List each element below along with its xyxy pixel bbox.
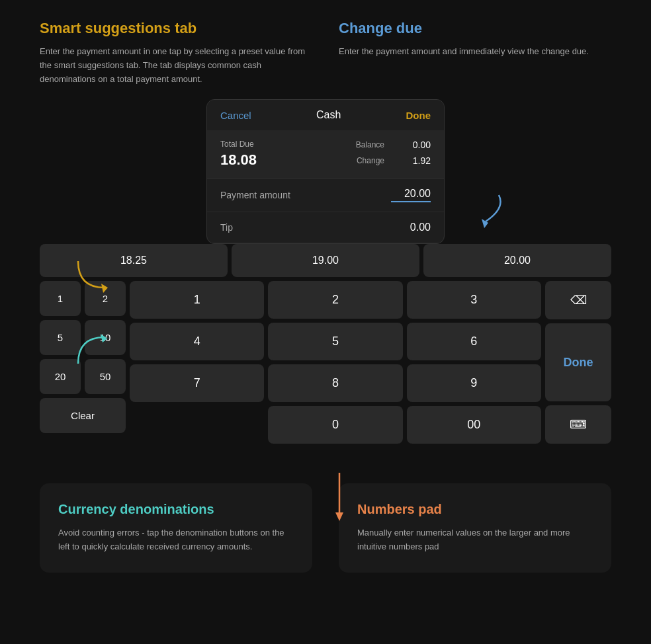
total-due-value: 18.08 [220,151,257,169]
denom-btn-20[interactable]: 20 [40,359,81,394]
numbers-pad-card: Numbers pad Manually enter numerical val… [339,483,611,573]
denom-row-3: 20 50 [40,359,126,394]
numbers-pad-desc: Manually enter numerical values on the l… [357,526,593,554]
numpad-row-4: 0 00 [130,406,541,444]
suggestions-row: 18.25 19.00 20.00 [40,244,611,277]
modal-totals: Total Due 18.08 Balance 0.00 Change 1.92 [207,130,444,179]
num-btn-7[interactable]: 7 [130,364,264,402]
balance-change-col: Balance 0.00 Change 1.92 [356,140,431,169]
tip-value: 0.00 [410,221,431,233]
modal-title: Cash [316,109,341,121]
numpad-row-1: 1 2 3 [130,281,541,319]
currency-denominations-card: Currency denominations Avoid counting er… [40,483,312,573]
denom-row-2: 5 10 [40,320,126,355]
modal-cancel-button[interactable]: Cancel [220,110,251,121]
denom-row-1: 1 2 [40,281,126,316]
denom-btn-2[interactable]: 2 [85,281,126,316]
action-column: ⌫ Done ⌨ [545,281,611,444]
denom-btn-5[interactable]: 5 [40,320,81,355]
bottom-section: Currency denominations Avoid counting er… [0,463,651,592]
smart-suggestions-section: Smart suggestions tab Enter the payment … [40,20,312,86]
currency-denominations-desc: Avoid counting errors - tap the denomina… [58,526,294,554]
num-btn-4[interactable]: 4 [130,323,264,360]
change-due-section: Change due Enter the payment amount and … [339,20,611,86]
tip-label: Tip [220,222,233,233]
num-btn-00[interactable]: 00 [407,406,541,444]
backspace-icon: ⌫ [570,294,587,307]
cash-modal: Cancel Cash Done Total Due 18.08 Balance… [206,99,445,244]
keyboard-icon: ⌨ [570,418,587,431]
balance-label: Balance [356,140,384,149]
suggestion-btn-3[interactable]: 20.00 [423,244,611,277]
total-due-label: Total Due [220,140,257,149]
currency-denominations-title: Currency denominations [58,502,294,517]
suggestion-btn-1[interactable]: 18.25 [40,244,228,277]
num-btn-5[interactable]: 5 [268,323,402,360]
keyboard-button[interactable]: ⌨ [545,405,611,444]
change-label: Change [357,156,384,165]
denomination-column: 1 2 5 10 20 50 Clear [40,281,126,444]
num-btn-3[interactable]: 3 [407,281,541,319]
done-action-button[interactable]: Done [545,323,611,401]
change-row: Change 1.92 [356,155,431,166]
num-btn-8[interactable]: 8 [268,364,402,402]
modal-header: Cancel Cash Done [207,100,444,130]
change-value: 1.92 [398,155,431,166]
keypad-section: 18.25 19.00 20.00 1 2 5 10 20 50 Clear 1 [0,244,651,444]
clear-button[interactable]: Clear [40,398,126,433]
denom-btn-10[interactable]: 10 [85,320,126,355]
numpad-row-2: 4 5 6 [130,323,541,360]
denom-btn-50[interactable]: 50 [85,359,126,394]
modal-done-button[interactable]: Done [406,110,431,121]
numbers-pad-title: Numbers pad [357,502,593,517]
numpad-empty [130,406,264,444]
payment-amount-row: Payment amount 20.00 [207,179,444,212]
suggestion-btn-2[interactable]: 19.00 [232,244,419,277]
num-btn-9[interactable]: 9 [407,364,541,402]
backspace-button[interactable]: ⌫ [545,281,611,319]
smart-suggestions-title: Smart suggestions tab [40,20,312,37]
smart-suggestions-desc: Enter the payment amount in one tap by s… [40,45,312,86]
denom-btn-1[interactable]: 1 [40,281,81,316]
payment-amount-value[interactable]: 20.00 [391,188,431,202]
num-btn-1[interactable]: 1 [130,281,264,319]
num-btn-6[interactable]: 6 [407,323,541,360]
tip-row: Tip 0.00 [207,212,444,243]
balance-value: 0.00 [398,140,431,150]
numpad-row-3: 7 8 9 [130,364,541,402]
num-btn-0[interactable]: 0 [268,406,402,444]
num-btn-2[interactable]: 2 [268,281,402,319]
modal-body: Total Due 18.08 Balance 0.00 Change 1.92… [207,130,444,243]
numpad-column: 1 2 3 4 5 6 7 8 9 0 00 [130,281,541,444]
payment-amount-label: Payment amount [220,190,290,200]
total-due-col: Total Due 18.08 [220,140,257,169]
keypad-main: 1 2 5 10 20 50 Clear 1 2 3 4 5 6 [40,281,611,444]
change-due-desc: Enter the payment amount and immediately… [339,45,611,59]
change-due-title: Change due [339,20,611,37]
balance-row: Balance 0.00 [356,140,431,150]
